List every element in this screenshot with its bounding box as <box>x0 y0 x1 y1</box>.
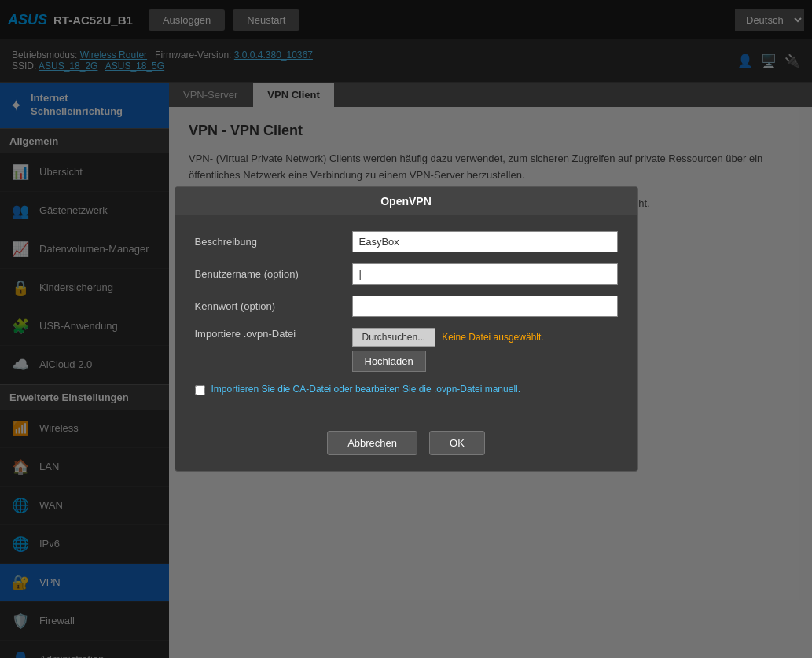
username-row: Benutzername (option) <box>195 263 618 285</box>
dialog-content: Beschreibung Benutzername (option) Kennw… <box>175 215 637 423</box>
password-row: Kennwort (option) <box>195 296 618 317</box>
checkbox-row: Importieren Sie die CA-Datei oder bearbe… <box>195 384 618 395</box>
username-input[interactable] <box>352 263 618 285</box>
import-label: Importiere .ovpn-Datei <box>195 328 352 340</box>
file-upload-controls: Durchsuchen... Keine Datei ausgewählt. H… <box>352 328 544 372</box>
description-input[interactable] <box>352 231 618 252</box>
username-label: Benutzername (option) <box>195 268 352 280</box>
cancel-button[interactable]: Abbrechen <box>327 431 417 455</box>
no-file-text: Keine Datei ausgewählt. <box>442 332 543 343</box>
password-input[interactable] <box>352 296 618 317</box>
browse-button[interactable]: Durchsuchen... <box>352 328 436 347</box>
manual-import-checkbox[interactable] <box>195 385 205 395</box>
checkbox-label[interactable]: Importieren Sie die CA-Datei oder bearbe… <box>211 384 521 395</box>
dialog-buttons: Abbrechen OK <box>175 423 637 471</box>
ok-button[interactable]: OK <box>429 431 485 455</box>
dialog-overlay: OpenVPN Beschreibung Benutzername (optio… <box>0 0 812 658</box>
password-label: Kennwort (option) <box>195 300 352 312</box>
import-row: Importiere .ovpn-Datei Durchsuchen... Ke… <box>195 328 618 372</box>
file-upload-top: Durchsuchen... Keine Datei ausgewählt. <box>352 328 544 347</box>
description-label: Beschreibung <box>195 236 352 248</box>
description-row: Beschreibung <box>195 231 618 252</box>
upload-button[interactable]: Hochladen <box>352 351 426 372</box>
openvpn-dialog: OpenVPN Beschreibung Benutzername (optio… <box>175 186 638 472</box>
dialog-title: OpenVPN <box>175 187 637 215</box>
